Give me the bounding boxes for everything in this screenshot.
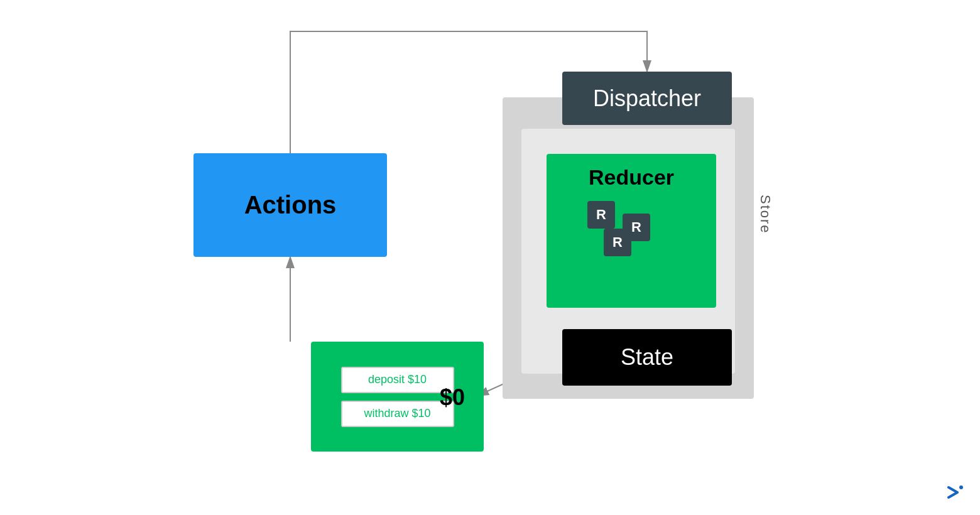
dispatcher-box: Dispatcher (562, 72, 732, 125)
state-box: State (562, 329, 732, 386)
svg-point-4 (942, 481, 965, 504)
reducer-box: Reducer R R R (547, 154, 716, 308)
arrows-overlay (0, 0, 980, 515)
deposit-button[interactable]: deposit $10 (341, 367, 454, 393)
actions-box: Actions (193, 153, 387, 257)
r-chip-3: R (604, 229, 631, 256)
reducer-label: Reducer (589, 165, 674, 190)
value-label: $0 (440, 384, 465, 411)
svg-point-5 (959, 485, 963, 489)
reducer-chips: R R R (581, 201, 682, 258)
r-chip-1: R (587, 201, 615, 229)
store-label: Store (757, 195, 773, 234)
withdraw-button[interactable]: withdraw $10 (341, 401, 454, 427)
logo-icon (942, 481, 965, 504)
